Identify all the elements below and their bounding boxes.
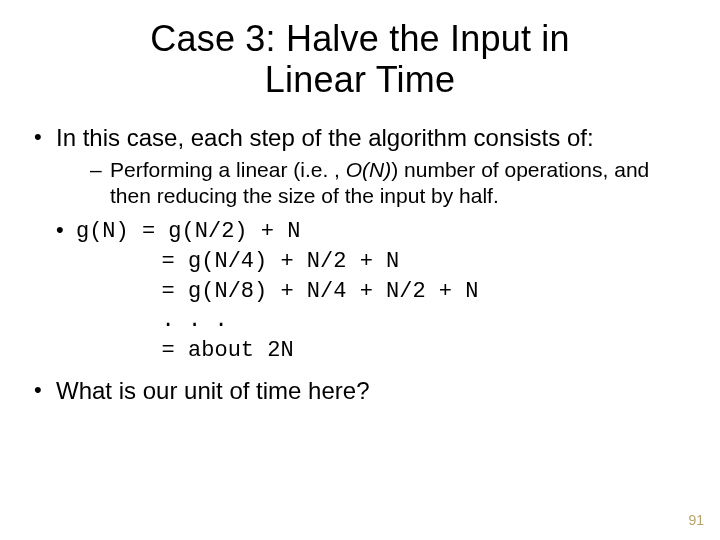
slide-title: Case 3: Halve the Input in Linear Time [34,18,686,101]
equation-block: • g(N) = g(N/2) + N = g(N/4) + N/2 + N =… [34,215,686,365]
title-line-2: Linear Time [265,59,455,100]
sub1-prefix: Performing a linear (i.e. , [110,158,346,181]
page-number: 91 [688,512,704,528]
eq-line-4: . . . [96,308,228,333]
sub1-bigO: O(N) [346,158,392,181]
eq-line-3: = g(N/8) + N/4 + N/2 + N [96,279,479,304]
eq-line-5: = about 2N [96,338,294,363]
body-list-2: What is our unit of time here? [34,376,686,406]
eq-bullet-glyph: • [56,217,76,242]
bullet-question: What is our unit of time here? [34,376,686,406]
bullet-intro: In this case, each step of the algorithm… [34,123,686,210]
bullet-intro-text: In this case, each step of the algorithm… [56,124,594,151]
sub-list: Performing a linear (i.e. , O(N)) number… [56,157,686,210]
eq-line-2: = g(N/4) + N/2 + N [96,249,400,274]
bullet-question-text: What is our unit of time here? [56,377,369,404]
sub-bullet-linear: Performing a linear (i.e. , O(N)) number… [90,157,686,210]
slide: Case 3: Halve the Input in Linear Time I… [0,0,720,540]
eq-line-1: g(N) = g(N/2) + N [76,219,300,244]
title-line-1: Case 3: Halve the Input in [150,18,569,59]
body-list: In this case, each step of the algorithm… [34,123,686,210]
